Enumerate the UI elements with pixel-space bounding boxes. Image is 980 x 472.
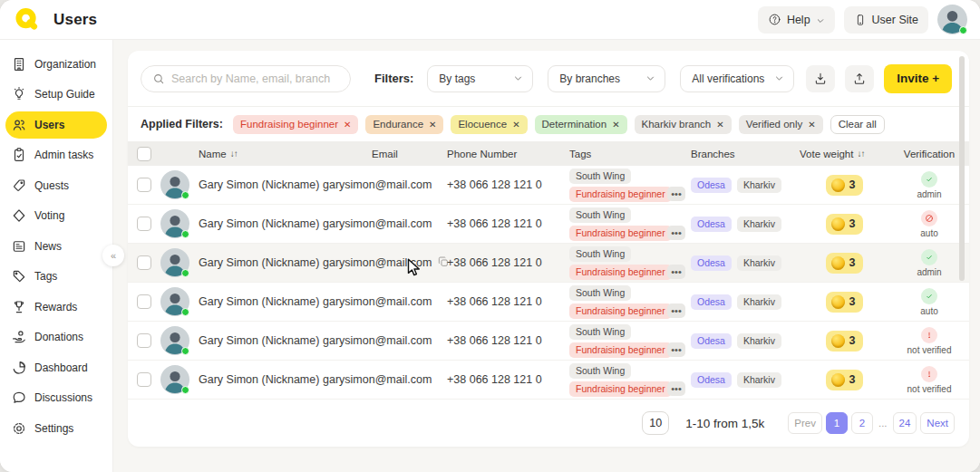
user-site-button[interactable]: User Site — [844, 6, 928, 34]
next-page-button[interactable]: Next — [920, 412, 955, 434]
select-all-checkbox[interactable] — [137, 147, 151, 161]
more-tags-button[interactable]: ••• — [667, 303, 685, 318]
upload-button[interactable] — [845, 65, 874, 92]
filter-chip-elocuence[interactable]: Elocuence✕ — [451, 115, 527, 134]
prev-page-button[interactable]: Prev — [788, 412, 822, 434]
sidebar-item-label: Setup Guide — [34, 88, 95, 101]
sidebar-item-organization[interactable]: Organization — [5, 51, 107, 78]
vote-weight-badge: 3 — [826, 175, 864, 196]
table-row[interactable]: Gary Simon (Nickname) garysimon@mail.com… — [128, 361, 969, 400]
sidebar-item-quests[interactable]: Quests — [5, 172, 107, 199]
sort-icon[interactable]: ↓↑ — [857, 149, 864, 159]
sidebar-item-label: Rewards — [34, 301, 77, 313]
coin-icon — [831, 178, 845, 192]
remove-chip-icon[interactable]: ✕ — [344, 120, 351, 130]
table-row[interactable]: Gary Simon (Nickname) garysimon@mail.com… — [128, 166, 969, 205]
sort-icon[interactable]: ↓↑ — [230, 149, 238, 159]
sidebar-item-label: Organization — [34, 58, 96, 71]
table-row[interactable]: Gary Simon (Nickname) garysimon@mail.com… — [128, 322, 969, 361]
more-tags-button[interactable]: ••• — [667, 342, 685, 357]
user-phone: +38 066 128 121 0 — [447, 217, 569, 230]
chevron-down-icon — [816, 15, 825, 24]
row-checkbox[interactable] — [137, 217, 151, 231]
row-checkbox[interactable] — [137, 255, 151, 270]
more-tags-button[interactable]: ••• — [667, 381, 685, 396]
row-checkbox[interactable] — [137, 178, 151, 192]
search-input[interactable] — [171, 72, 339, 85]
page-button-24[interactable]: 24 — [893, 412, 917, 434]
table-row[interactable]: Gary Simon (Nickname) garysimon@mail.com… — [128, 205, 969, 244]
voting-icon — [11, 207, 27, 224]
user-site-label: User Site — [872, 14, 918, 26]
more-tags-button[interactable]: ••• — [667, 187, 685, 201]
remove-chip-icon[interactable]: ✕ — [512, 120, 519, 130]
sidebar-item-dashboard[interactable]: Dashboard — [5, 354, 107, 381]
sidebar-item-rewards[interactable]: Rewards — [5, 294, 107, 321]
tag-pill: South Wing — [569, 324, 631, 340]
table-row[interactable]: Gary Simon (Nickname) garysimon@mail.com… — [128, 244, 969, 283]
mobile-phone-icon — [854, 14, 867, 26]
online-status-dot — [181, 347, 189, 355]
filter-verifications-select[interactable]: All verifications — [680, 65, 794, 92]
user-phone: +38 066 128 121 0 — [447, 373, 569, 386]
filter-chip-fundraising-beginner[interactable]: Fundraising beginner✕ — [233, 115, 358, 134]
online-status-dot — [959, 26, 967, 34]
download-button[interactable] — [806, 65, 835, 92]
column-header-vote-weight[interactable]: Vote weight↓↑ — [800, 149, 889, 159]
branch-pill: Kharkiv — [737, 255, 781, 271]
sidebar-item-donations[interactable]: Donations — [5, 323, 107, 351]
more-tags-button[interactable]: ••• — [667, 226, 685, 240]
user-name: Gary Simon (Nickname) — [199, 373, 323, 386]
row-checkbox[interactable] — [137, 372, 151, 387]
avatar — [160, 365, 189, 394]
page-button-2[interactable]: 2 — [851, 412, 873, 434]
sidebar-collapse-button[interactable]: « — [102, 245, 124, 266]
filter-chip-verified-only[interactable]: Verified only✕ — [739, 115, 823, 134]
online-status-dot — [181, 269, 189, 277]
coin-icon — [831, 256, 845, 270]
user-email: garysimon@mail.com — [323, 178, 432, 191]
vote-weight-badge: 3 — [826, 370, 864, 390]
chevron-down-icon — [513, 73, 523, 83]
sidebar: Organization Setup Guide Users Admin tas… — [0, 40, 113, 472]
filter-chip-determination[interactable]: Determination✕ — [535, 115, 627, 134]
help-button[interactable]: Help — [758, 6, 835, 34]
table-row[interactable]: Gary Simon (Nickname) garysimon@mail.com… — [128, 283, 969, 322]
sidebar-item-admin-tasks[interactable]: Admin tasks — [5, 141, 107, 169]
page-button-1[interactable]: 1 — [826, 412, 848, 434]
sidebar-item-discussions[interactable]: Discussions — [5, 384, 107, 411]
user-email: garysimon@mail.com — [323, 373, 432, 386]
sidebar-item-tags[interactable]: Tags — [5, 263, 107, 290]
sidebar-item-news[interactable]: News — [5, 233, 107, 260]
search-icon — [152, 72, 165, 85]
sidebar-item-voting[interactable]: Voting — [5, 202, 107, 229]
sidebar-item-label: Dashboard — [34, 361, 88, 374]
scrollbar-thumb[interactable] — [959, 56, 965, 281]
sidebar-item-setup-guide[interactable]: Setup Guide — [5, 81, 107, 108]
clear-all-button[interactable]: Clear all — [830, 115, 885, 134]
page-size-select[interactable]: 10 — [642, 411, 669, 435]
remove-chip-icon[interactable]: ✕ — [716, 120, 723, 130]
more-tags-button[interactable]: ••• — [667, 265, 685, 279]
blocked-badge-icon — [921, 210, 937, 226]
sidebar-item-label: Discussions — [34, 391, 92, 404]
filters-label: Filters: — [374, 72, 413, 85]
sidebar-item-settings[interactable]: Settings — [5, 415, 107, 442]
row-checkbox[interactable] — [137, 294, 151, 309]
filter-by-branches-select[interactable]: By branches — [548, 65, 665, 92]
admin-tasks-icon — [11, 147, 27, 163]
sidebar-item-users[interactable]: Users — [5, 111, 107, 139]
row-checkbox[interactable] — [137, 333, 151, 348]
avatar — [160, 326, 189, 355]
users-icon — [11, 117, 27, 133]
remove-chip-icon[interactable]: ✕ — [429, 120, 436, 130]
filter-chip-endurance[interactable]: Endurance✕ — [365, 115, 443, 134]
remove-chip-icon[interactable]: ✕ — [612, 120, 619, 130]
remove-chip-icon[interactable]: ✕ — [808, 120, 815, 130]
profile-avatar[interactable] — [937, 5, 967, 34]
verification-label: not verified — [907, 384, 952, 394]
filter-chip-kharkiv-branch[interactable]: Kharkiv branch✕ — [635, 115, 732, 134]
invite-button[interactable]: Invite + — [884, 64, 952, 93]
filter-by-tags-select[interactable]: By tags — [427, 65, 533, 92]
column-header-name[interactable]: Name↓↑ — [199, 149, 323, 159]
